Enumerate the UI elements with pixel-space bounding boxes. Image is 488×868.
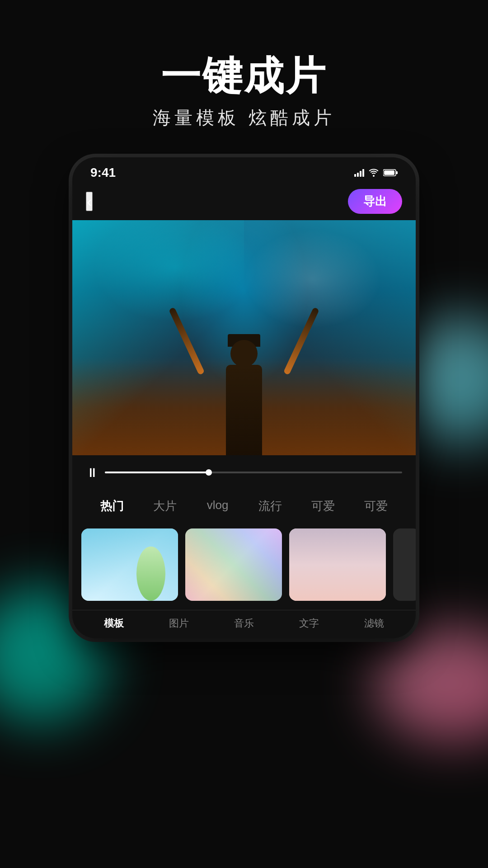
template-thumb-1[interactable] — [81, 528, 178, 601]
nav-label-template: 模板 — [104, 617, 124, 630]
progress-thumb — [206, 469, 212, 476]
wifi-icon — [369, 169, 379, 177]
play-pause-button[interactable]: ⏸ — [86, 465, 99, 480]
phone-mockup: 9:41 — [72, 157, 416, 638]
status-icons — [354, 169, 398, 177]
nav-item-filter[interactable]: 滤镜 — [364, 617, 384, 630]
nav-item-image[interactable]: 图片 — [169, 617, 189, 630]
progress-bar[interactable] — [105, 472, 402, 473]
tab-trending[interactable]: 热门 — [86, 495, 139, 518]
video-player[interactable] — [72, 220, 416, 455]
figure-body — [226, 365, 262, 455]
template-thumb-3[interactable] — [289, 528, 386, 601]
promo-title: 一键成片 — [153, 54, 335, 98]
template-thumb-4-partial[interactable] — [393, 528, 416, 601]
nav-item-template[interactable]: 模板 — [104, 617, 124, 630]
progress-fill — [105, 472, 209, 473]
templates-row — [72, 524, 416, 610]
tab-movie[interactable]: 大片 — [139, 495, 192, 518]
toolbar: ‹ 导出 — [72, 184, 416, 220]
promo-text-block: 一键成片 海量模板 炫酷成片 — [153, 54, 335, 130]
export-button[interactable]: 导出 — [348, 189, 402, 214]
status-time: 9:41 — [90, 165, 116, 180]
battery-icon — [383, 169, 398, 177]
svg-rect-2 — [384, 170, 394, 175]
tab-cute1[interactable]: 可爱 — [297, 495, 350, 518]
signal-icon — [354, 169, 364, 177]
figure-head — [230, 340, 258, 367]
template-thumb-2[interactable] — [185, 528, 282, 601]
nav-item-text[interactable]: 文字 — [299, 617, 319, 630]
player-controls: ⏸ — [72, 455, 416, 490]
status-bar: 9:41 — [72, 157, 416, 184]
back-button[interactable]: ‹ — [86, 192, 93, 211]
bottom-nav: 模板 图片 音乐 文字 滤镜 — [72, 610, 416, 638]
svg-rect-1 — [396, 171, 398, 174]
nav-item-music[interactable]: 音乐 — [234, 617, 254, 630]
nav-label-filter: 滤镜 — [364, 617, 384, 630]
figure-silhouette — [199, 283, 289, 455]
timeline: ⏸ — [86, 462, 402, 483]
tab-popular[interactable]: 流行 — [244, 495, 297, 518]
tab-vlog[interactable]: vlog — [191, 495, 244, 518]
tab-cute2[interactable]: 可爱 — [349, 495, 402, 518]
nav-label-text: 文字 — [299, 617, 319, 630]
category-tabs: 热门 大片 vlog 流行 可爱 可爱 — [72, 490, 416, 524]
page-center: 一键成片 海量模板 炫酷成片 9:41 — [0, 0, 488, 868]
promo-subtitle: 海量模板 炫酷成片 — [153, 105, 335, 130]
nav-label-music: 音乐 — [234, 617, 254, 630]
nav-label-image: 图片 — [169, 617, 189, 630]
